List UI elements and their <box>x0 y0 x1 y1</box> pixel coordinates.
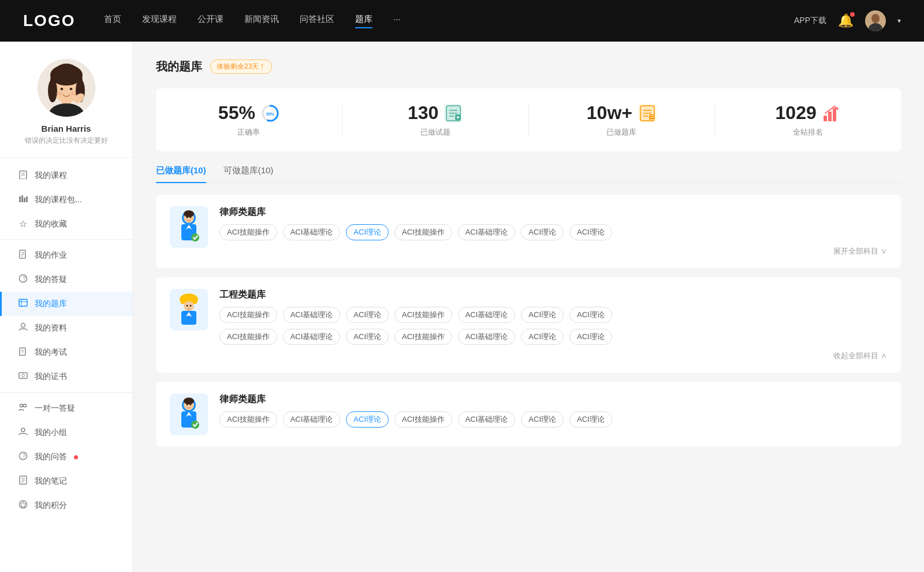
exam-icon <box>17 347 29 358</box>
svg-point-13 <box>69 88 72 90</box>
tag-2-10[interactable]: ACI理论 <box>346 329 389 345</box>
svg-rect-19 <box>19 196 21 202</box>
points-icon <box>17 500 29 511</box>
sidebar-item-profile[interactable]: 我的资料 <box>0 316 132 340</box>
tag-3-2[interactable]: ACI基础理论 <box>283 411 341 428</box>
tag-2-13[interactable]: ACI理论 <box>521 329 564 345</box>
sidebar-notes-label: 我的笔记 <box>35 476 67 486</box>
tag-2-6[interactable]: ACI理论 <box>521 307 564 323</box>
tag-2-9[interactable]: ACI基础理论 <box>283 329 341 345</box>
stat-label-questions: 已做试题 <box>420 127 450 138</box>
stat-label-correct: 正确率 <box>237 127 260 138</box>
tag-1-6[interactable]: ACI理论 <box>521 224 564 240</box>
stat-icon-questions <box>444 104 463 122</box>
tab-available-banks[interactable]: 可做题库(10) <box>223 165 274 182</box>
sidebar-item-collect[interactable]: ☆ 我的收藏 <box>0 212 132 236</box>
stat-value-banks: 10w+ <box>587 102 632 124</box>
expand-btn-1[interactable]: 展开全部科目 ∨ <box>219 246 887 257</box>
nav-qa[interactable]: 问答社区 <box>300 14 334 28</box>
tag-3-7[interactable]: ACI理论 <box>569 411 612 428</box>
tag-2-11[interactable]: ACI技能操作 <box>394 329 452 345</box>
svg-point-1 <box>871 14 880 23</box>
svg-rect-70 <box>833 108 836 121</box>
svg-point-12 <box>60 88 63 90</box>
tag-1-2[interactable]: ACI基础理论 <box>283 224 341 240</box>
collapse-btn-2[interactable]: 收起全部科目 ∧ <box>219 351 887 361</box>
svg-rect-69 <box>828 112 832 121</box>
user-avatar[interactable] <box>865 10 886 31</box>
sidebar-item-group[interactable]: 我的小组 <box>0 421 132 445</box>
tag-1-1[interactable]: ACI技能操作 <box>219 224 277 240</box>
ask-icon: ? <box>17 274 29 285</box>
sidebar-item-points[interactable]: 我的积分 <box>0 493 132 518</box>
sidebar-nav: 我的课程 我的课程包... ☆ 我的收藏 我的作业 <box>0 158 132 523</box>
sidebar-course-pkg-label: 我的课程包... <box>35 195 82 205</box>
sidebar-item-notes[interactable]: 我的笔记 <box>0 469 132 493</box>
tag-1-5[interactable]: ACI基础理论 <box>458 224 516 240</box>
stat-row-rank: 1029 <box>776 102 841 124</box>
nav-home[interactable]: 首页 <box>104 14 121 28</box>
tag-2-3[interactable]: ACI理论 <box>346 307 389 323</box>
tag-3-5[interactable]: ACI基础理论 <box>458 411 516 428</box>
sidebar-course-label: 我的课程 <box>35 170 67 181</box>
svg-rect-68 <box>824 116 827 121</box>
stat-row-correct: 55% 55% <box>218 102 280 124</box>
one-on-one-icon <box>17 403 29 414</box>
tag-2-8[interactable]: ACI技能操作 <box>219 329 277 345</box>
app-download-btn[interactable]: APP下载 <box>794 16 826 26</box>
sidebar-item-course-pkg[interactable]: 我的课程包... <box>0 188 132 212</box>
nav-discover[interactable]: 发现课程 <box>142 14 177 28</box>
nav-news[interactable]: 新闻资讯 <box>244 14 279 28</box>
sidebar-item-one-on-one[interactable]: 一对一答疑 <box>0 396 132 421</box>
sidebar-group-label: 我的小组 <box>35 428 67 438</box>
stats-bar: 55% 55% 正确率 130 <box>156 88 901 151</box>
svg-point-40 <box>21 428 25 432</box>
tag-2-7[interactable]: ACI理论 <box>569 307 612 323</box>
tag-2-2[interactable]: ACI基础理论 <box>283 307 341 323</box>
tag-1-4[interactable]: ACI技能操作 <box>394 224 452 240</box>
svg-marker-48 <box>20 502 26 507</box>
svg-point-39 <box>24 404 27 407</box>
sidebar-item-exam[interactable]: 我的考试 <box>0 340 132 365</box>
svg-point-37 <box>22 374 25 377</box>
notification-bell[interactable]: 🔔 <box>838 13 854 28</box>
sidebar-item-cert[interactable]: 我的证书 <box>0 365 132 389</box>
nav-more[interactable]: ··· <box>393 14 401 28</box>
profile-avatar[interactable] <box>38 59 95 117</box>
sidebar-profile-label: 我的资料 <box>35 323 67 333</box>
sidebar-item-my-qa[interactable]: ? 我的问答 <box>0 445 132 469</box>
course-pkg-icon <box>17 194 29 206</box>
tag-3-6[interactable]: ACI理论 <box>521 411 564 428</box>
tag-2-1[interactable]: ACI技能操作 <box>219 307 277 323</box>
page-title: 我的题库 <box>156 59 202 75</box>
tag-2-4[interactable]: ACI技能操作 <box>394 307 452 323</box>
svg-text:?: ? <box>23 276 26 282</box>
bank-card-header-2: 工程类题库 ACI技能操作 ACI基础理论 ACI理论 ACI技能操作 ACI基… <box>170 289 887 361</box>
nav-menu: 首页 发现课程 公开课 新闻资讯 问答社区 题库 ··· <box>104 14 771 28</box>
tag-3-4[interactable]: ACI技能操作 <box>394 411 452 428</box>
nav-quiz[interactable]: 题库 <box>355 14 372 28</box>
tag-3-1[interactable]: ACI技能操作 <box>219 411 277 428</box>
homework-icon <box>17 250 29 261</box>
tab-done-banks[interactable]: 已做题库(10) <box>156 165 206 182</box>
sidebar-item-quiz-bank[interactable]: 我的题库 <box>0 292 132 316</box>
svg-point-84 <box>187 305 188 307</box>
svg-point-83 <box>184 301 194 311</box>
tag-1-7[interactable]: ACI理论 <box>569 224 612 240</box>
stat-row-questions: 130 <box>408 102 463 124</box>
sidebar-item-ask[interactable]: ? 我的答疑 <box>0 268 132 292</box>
stat-row-banks: 10w+ 三 <box>587 102 657 124</box>
sidebar-item-homework[interactable]: 我的作业 <box>0 243 132 268</box>
engineer-svg <box>173 291 204 328</box>
svg-point-96 <box>184 398 194 404</box>
page-layout: Brian Harris 错误的决定比没有决定要好 我的课程 我的课程包... … <box>0 42 924 572</box>
nav-open-course[interactable]: 公开课 <box>198 14 223 28</box>
tag-1-3[interactable]: ACI理论 <box>346 224 389 240</box>
tag-2-12[interactable]: ACI基础理论 <box>458 329 516 345</box>
sidebar-item-course[interactable]: 我的课程 <box>0 164 132 188</box>
tag-2-5[interactable]: ACI基础理论 <box>458 307 516 323</box>
tag-2-14[interactable]: ACI理论 <box>569 329 612 345</box>
tag-3-3[interactable]: ACI理论 <box>346 411 389 428</box>
user-menu-chevron[interactable]: ▾ <box>897 17 901 25</box>
tags-row-3: ACI技能操作 ACI基础理论 ACI理论 ACI技能操作 ACI基础理论 AC… <box>219 411 887 428</box>
